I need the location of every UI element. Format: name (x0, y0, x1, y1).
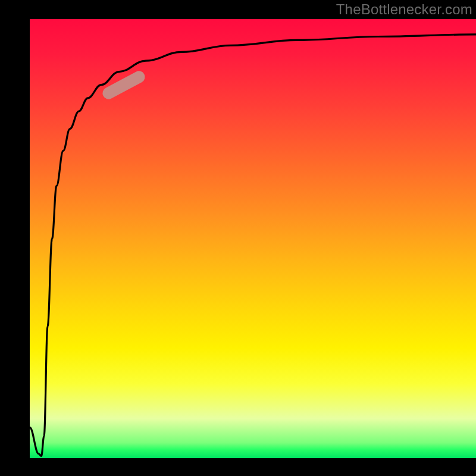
plot-gradient-background (30, 19, 476, 458)
watermark-text: TheBottlenecker.com (336, 1, 472, 18)
chart-frame: TheBottlenecker.com (0, 0, 476, 476)
